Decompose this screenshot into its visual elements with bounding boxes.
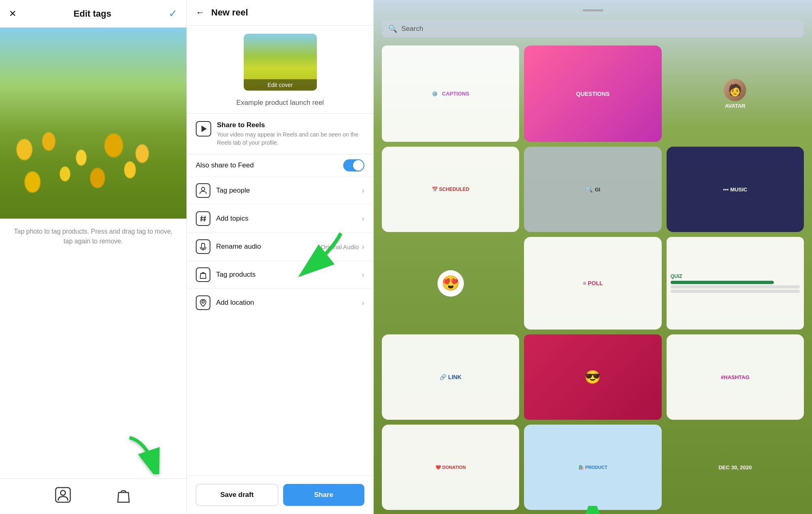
- save-draft-button[interactable]: Save draft: [196, 484, 278, 506]
- arrow-area1: [0, 429, 186, 478]
- heart-eyes-emoji: 😍: [437, 270, 464, 297]
- cover-thumbnail[interactable]: Edit cover: [244, 34, 317, 91]
- shopping-bag-icon[interactable]: [115, 487, 132, 506]
- avatar-image: 🧑: [724, 79, 746, 101]
- sticker-captions[interactable]: ⚙️ CAPTIONS: [382, 46, 519, 142]
- toggle-knob: [353, 160, 364, 171]
- search-placeholder: Search: [401, 25, 423, 33]
- sticker-search[interactable]: 🔍 Search: [382, 20, 804, 37]
- music-bars-icon: ▪▪▪: [723, 187, 729, 193]
- poll-icon: ≡: [583, 280, 586, 286]
- svg-line-6: [204, 216, 205, 221]
- quiz-label: QUIZ: [671, 273, 682, 279]
- search-gif-icon: 🔍: [585, 186, 593, 193]
- menu-item-add-topics[interactable]: Add topics ›: [187, 204, 373, 232]
- menu-item-add-location[interactable]: Add location ›: [187, 288, 373, 317]
- svg-point-2: [61, 490, 65, 495]
- sticker-quiz[interactable]: QUIZ: [667, 237, 804, 330]
- panel-sticker-tray: 🔍 Search ⚙️ CAPTIONS QUESTIONS 🧑 AVATAR …: [374, 0, 812, 514]
- product-bag-icon: 🛍️: [578, 465, 584, 470]
- panel2-header: ← New reel: [187, 0, 373, 26]
- svg-rect-9: [201, 243, 205, 248]
- drag-handle: [583, 9, 603, 11]
- sticker-product[interactable]: 🛍️PRODUCT: [524, 425, 661, 510]
- share-button[interactable]: Share: [283, 484, 365, 506]
- poll-label: ≡POLL: [583, 280, 603, 286]
- reels-desc: Your video may appear in Reels and can b…: [217, 131, 364, 147]
- captions-label: CAPTIONS: [442, 91, 469, 97]
- menu-item-tag-products[interactable]: Tag products ›: [187, 260, 373, 288]
- scheduled-label: 📅SCHEDULED: [432, 187, 470, 192]
- sticker-heart-emoji[interactable]: 😍: [382, 237, 519, 330]
- sticker-hashtag[interactable]: #HASHTAG: [667, 334, 804, 420]
- gif-label: 🔍GI: [585, 186, 600, 193]
- panel3-handle-bar: [374, 0, 812, 16]
- menu-item-tag-people[interactable]: Tag people ›: [187, 176, 373, 204]
- close-button[interactable]: ✕: [9, 9, 16, 19]
- sticker-poll[interactable]: ≡POLL: [524, 237, 661, 330]
- confirm-button[interactable]: ✓: [169, 7, 178, 20]
- sticker-cool[interactable]: 😎: [524, 334, 661, 420]
- questions-label: QUESTIONS: [576, 91, 609, 97]
- reels-text: Share to Reels Your video may appear in …: [217, 121, 364, 147]
- add-topics-label: Add topics: [216, 215, 362, 223]
- flowers-background: [0, 28, 186, 219]
- person-icon: [196, 183, 210, 198]
- panel1-footer: [0, 478, 186, 514]
- sticker-date[interactable]: DEC 30, 2020: [667, 425, 804, 510]
- hashtag-label: #HASHTAG: [721, 374, 750, 380]
- rename-audio-value: Original Audio: [321, 243, 359, 250]
- sticker-avatar[interactable]: 🧑 AVATAR: [667, 46, 804, 142]
- calendar-icon: 📅: [432, 187, 438, 192]
- sticker-grid: ⚙️ CAPTIONS QUESTIONS 🧑 AVATAR 📅SCHEDULE…: [374, 41, 812, 514]
- product-label: 🛍️PRODUCT: [578, 465, 607, 470]
- link-icon: 🔗: [440, 374, 446, 380]
- toggle-feed-row: Also share to Feed: [187, 154, 373, 176]
- reels-icon: [196, 121, 211, 137]
- sticker-music[interactable]: ▪▪▪MUSIC: [667, 147, 804, 232]
- sticker-gif[interactable]: 🔍GI: [524, 147, 661, 232]
- quiz-bars: [671, 281, 800, 293]
- svg-point-4: [201, 187, 205, 191]
- svg-point-11: [202, 301, 204, 303]
- search-icon: 🔍: [388, 24, 397, 33]
- quiz-bar-3: [671, 290, 800, 293]
- rename-audio-label: Rename audio: [216, 243, 321, 251]
- sticker-donation[interactable]: ❤️DONATION: [382, 425, 519, 510]
- panel1-header: ✕ Edit tags ✓: [0, 0, 186, 28]
- toggle-switch[interactable]: [343, 159, 364, 171]
- chevron-icon: ›: [362, 299, 364, 307]
- panel2-footer: Save draft Share: [187, 475, 373, 514]
- chevron-icon: ›: [362, 187, 364, 195]
- cool-emoji: 😎: [585, 369, 601, 385]
- music-label: ▪▪▪MUSIC: [723, 187, 747, 193]
- tag-products-label: Tag products: [216, 271, 362, 279]
- photo-preview[interactable]: [0, 28, 186, 219]
- date-text: DEC 30, 2020: [719, 464, 752, 471]
- avatar-label: AVATAR: [725, 103, 745, 109]
- shopping-bag-menu-icon: [196, 267, 210, 282]
- back-button[interactable]: ←: [196, 7, 205, 18]
- audio-icon: [196, 239, 210, 254]
- sticker-scheduled[interactable]: 📅SCHEDULED: [382, 147, 519, 232]
- panel2-caption: Example product launch reel: [227, 99, 333, 113]
- menu-area: Tag people › Add topics ›: [187, 176, 373, 475]
- add-location-label: Add location: [216, 299, 362, 307]
- quiz-bar-2: [671, 285, 800, 288]
- reels-title: Share to Reels: [217, 121, 364, 129]
- person-tag-icon[interactable]: [55, 487, 71, 506]
- sticker-link[interactable]: 🔗LINK: [382, 334, 519, 420]
- menu-item-rename-audio[interactable]: Rename audio Original Audio ›: [187, 232, 373, 260]
- chevron-icon: ›: [362, 271, 364, 279]
- share-to-reels-section: Share to Reels Your video may appear in …: [187, 114, 373, 154]
- svg-line-5: [201, 216, 202, 221]
- chevron-icon: ›: [362, 215, 364, 223]
- edit-cover-label: Edit cover: [244, 79, 317, 91]
- panel1-title: Edit tags: [74, 9, 111, 19]
- svg-marker-3: [201, 126, 207, 132]
- donation-icon: ❤️: [435, 465, 441, 470]
- captions-icon: ⚙️: [432, 91, 438, 97]
- green-arrow-1: [121, 434, 162, 474]
- sticker-questions[interactable]: QUESTIONS: [524, 46, 661, 142]
- panel1-description: Tap photo to tag products. Press and dra…: [0, 219, 186, 429]
